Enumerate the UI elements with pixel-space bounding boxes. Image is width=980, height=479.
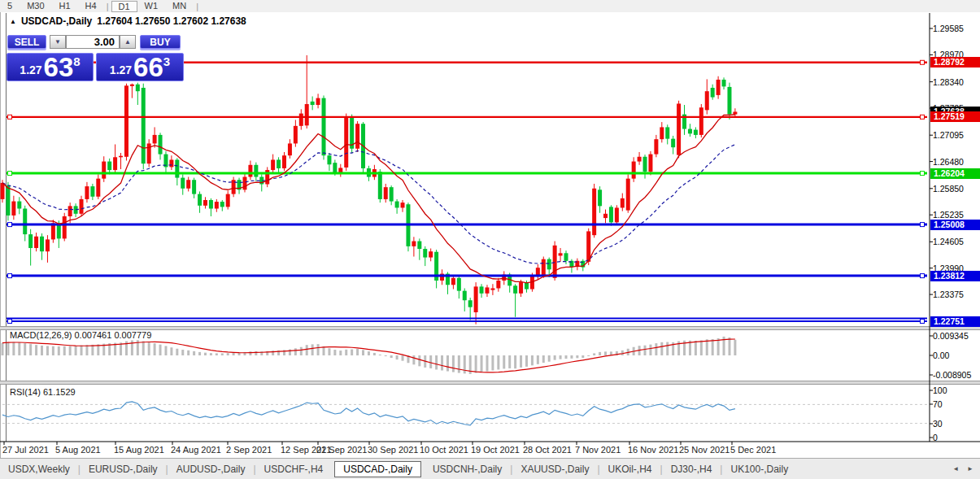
buy-price-big-figure: 1.27 (110, 63, 132, 76)
price-tick-label: 1.25850 (933, 184, 964, 194)
level-price-label: 1.22751 (930, 316, 980, 327)
toolbar-separator: | (194, 2, 201, 11)
tab-scroll-left-icon[interactable]: ◄ (952, 465, 959, 472)
chevron-down-icon: ▼ (54, 38, 61, 46)
price-tick-label: 1.29585 (933, 24, 964, 33)
level-price-label: 1.27519 (930, 111, 980, 122)
date-label: 2 Sep 2021 (226, 445, 272, 455)
buy-price-pips: 66 (133, 57, 163, 78)
level-price-label: 1.26204 (930, 168, 980, 179)
tab-usdcad-daily[interactable]: USDCAD-,Daily (334, 461, 421, 477)
buy-button[interactable]: BUY (140, 35, 181, 49)
buy-price-box[interactable]: 1.27 66 3 (96, 53, 184, 81)
pane-separator-rsi[interactable] (0, 381, 980, 385)
date-label: 15 Aug 2021 (114, 445, 164, 455)
rsi-indicator-label: RSI(14) 61.1529 (10, 387, 76, 397)
collapse-icon[interactable]: ▲ (10, 18, 16, 25)
date-label: 16 Nov 2021 (628, 445, 678, 455)
volume-input[interactable] (66, 35, 120, 49)
timeframe-button-m30[interactable]: M30 (20, 1, 51, 11)
price-tick-label: 1.25235 (933, 210, 964, 220)
tab-dj30-h4[interactable]: DJ30-,H4 (663, 461, 721, 477)
macd-tick-label: -0.008905 (933, 370, 971, 380)
macd-indicator-label: MACD(12,26,9) 0.007461 0.007779 (10, 330, 151, 340)
date-label: 30 Sep 2021 (368, 445, 418, 455)
date-label: 7 Nov 2021 (575, 445, 621, 455)
price-tick-label: 1.24605 (933, 237, 964, 246)
date-label: 19 Oct 2021 (471, 445, 520, 455)
price-tick-label: 1.27095 (933, 130, 964, 140)
date-label: 24 Aug 2021 (171, 445, 221, 455)
timeframe-button-5[interactable]: 5 (0, 1, 20, 11)
tab-usdcnh-daily[interactable]: USDCNH-,Daily (425, 461, 510, 477)
date-label: 28 Oct 2021 (523, 445, 572, 455)
tab-scroll-arrows: ◄► (952, 465, 973, 472)
timeframe-button-mn[interactable]: MN (165, 1, 194, 11)
date-label: 27 Jul 2021 (2, 445, 49, 455)
rsi-tick-label: 100 (933, 385, 947, 395)
symbol-tab-bar: USDX,Weekly|EURUSD-,Daily|AUDUSD-,Daily|… (0, 458, 980, 479)
tab-xauusd-daily[interactable]: XAUUSD-,Daily (512, 461, 597, 477)
macd-tick-label: 0.00 (933, 351, 949, 360)
tab-uk100-daily[interactable]: UK100-,Daily (722, 461, 796, 477)
macd-tick-label: 0.009345 (933, 331, 969, 341)
price-tick-label: 1.23375 (933, 290, 964, 299)
timeframe-button-w1[interactable]: W1 (137, 1, 166, 11)
level-price-label: 1.23812 (930, 271, 980, 281)
volume-increase-button[interactable]: ▲ (120, 35, 136, 49)
toolbar-separator: | (104, 2, 111, 11)
date-label: 21 Sep 2021 (316, 445, 367, 455)
window-left-edge (0, 12, 1, 458)
rsi-tick-label: 70 (933, 399, 943, 409)
tab-ukoil-h4[interactable]: UKOil-,H4 (600, 461, 660, 477)
volume-decrease-button[interactable]: ▼ (50, 35, 66, 49)
timeframe-button-h4[interactable]: H4 (78, 1, 104, 11)
chart-symbol-label: USDCAD-,Daily (21, 15, 92, 27)
price-tick-label: 1.26480 (933, 157, 964, 167)
timeframe-button-h1[interactable]: H1 (52, 1, 78, 11)
rsi-tick-label: 0 (933, 433, 938, 442)
level-price-label: 1.25008 (930, 220, 980, 230)
one-click-trade-panel: SELL ▼ ▲ BUY 1.27 63 8 1.27 66 3 (7, 33, 185, 82)
chart-title: ▲ USDCAD-,Daily 1.27604 1.27650 1.27602 … (10, 15, 246, 27)
trading-platform-window: 5M30H1H4|D1W1MN| ▲ USDCAD-,Daily 1.27604… (0, 0, 980, 479)
tab-audusd-daily[interactable]: AUDUSD-,Daily (168, 461, 254, 477)
date-label: 25 Nov 2021 (679, 445, 730, 455)
date-label: 10 Oct 2021 (420, 445, 468, 455)
tab-eurusd-daily[interactable]: EURUSD-,Daily (81, 461, 166, 477)
rsi-tick-label: 30 (933, 419, 943, 429)
level-price-label: 1.28792 (930, 57, 980, 67)
sell-price-big-figure: 1.27 (20, 63, 41, 76)
tab-scroll-right-icon[interactable]: ► (967, 465, 973, 472)
price-tick-label: 1.28340 (933, 77, 964, 87)
date-label: 5 Aug 2021 (55, 445, 101, 455)
buy-price-point: 3 (163, 54, 170, 68)
date-label: 5 Dec 2021 (730, 445, 776, 455)
tab-usdchf-h4[interactable]: USDCHF-,H4 (256, 461, 332, 477)
sell-button[interactable]: SELL (7, 35, 46, 49)
sell-price-point: 8 (73, 54, 80, 68)
chart-ohlc-values: 1.27604 1.27650 1.27602 1.27638 (97, 15, 246, 27)
tab-usdx-weekly[interactable]: USDX,Weekly (0, 461, 78, 477)
timeframe-button-d1[interactable]: D1 (111, 1, 137, 12)
sell-price-pips: 63 (44, 57, 74, 78)
sell-price-box[interactable]: 1.27 63 8 (7, 53, 94, 81)
chevron-up-icon: ▲ (124, 38, 131, 46)
timeframe-toolbar: 5M30H1H4|D1W1MN| (0, 0, 980, 13)
